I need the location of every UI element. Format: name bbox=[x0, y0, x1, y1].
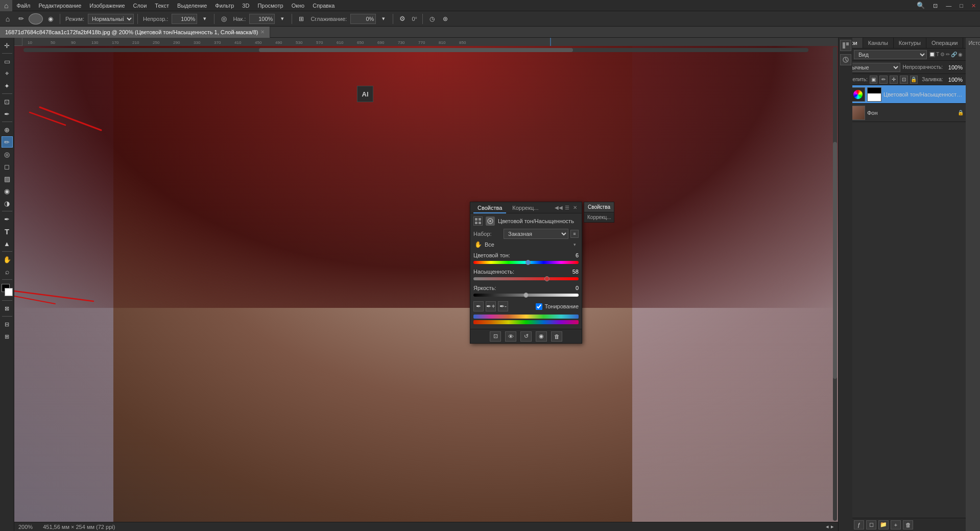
blur-tool[interactable]: ◉ bbox=[2, 185, 13, 197]
layers-filter-select[interactable]: Вид bbox=[854, 50, 927, 59]
menu-layers[interactable]: Слои bbox=[129, 0, 151, 11]
eyedropper-tool[interactable]: ✒ bbox=[2, 108, 13, 119]
marquee-tool[interactable]: ▭ bbox=[2, 56, 13, 67]
mini-properties-icon[interactable] bbox=[840, 40, 851, 51]
tab-close-btn[interactable]: ✕ bbox=[260, 27, 265, 38]
close-icon[interactable]: ✕ bbox=[967, 0, 980, 11]
home-tool-btn[interactable]: ⌂ bbox=[2, 13, 13, 25]
fp-view-btn[interactable]: ◉ bbox=[536, 331, 547, 342]
max-arrow[interactable]: ▾ bbox=[277, 13, 288, 25]
fp-reset-btn[interactable]: ↺ bbox=[520, 331, 532, 342]
extra-btn[interactable]: ⊛ bbox=[440, 13, 451, 25]
fp-delete-btn[interactable]: 🗑 bbox=[551, 331, 562, 342]
pen-tool[interactable]: ✒ bbox=[2, 213, 13, 225]
layer-item-background[interactable]: 👁 Фон 🔒 bbox=[839, 104, 966, 122]
add-mask-btn[interactable]: ◻ bbox=[866, 520, 876, 529]
add-style-btn[interactable]: ƒ bbox=[854, 520, 864, 529]
mode-select[interactable]: Нормальный bbox=[88, 14, 134, 24]
menu-window[interactable]: Окно bbox=[288, 0, 309, 11]
fp-clip-btn[interactable]: ⊡ bbox=[490, 331, 501, 342]
settings-btn[interactable]: ⚙ bbox=[397, 13, 408, 25]
brush-tool-btn[interactable]: ✏ bbox=[15, 13, 27, 25]
layer-item-huesat[interactable]: 👁 Цветовой тон/Насыщенность 1 bbox=[839, 85, 966, 104]
new-layer-btn[interactable]: + bbox=[891, 520, 901, 529]
quick-mask-btn[interactable]: ⊠ bbox=[2, 303, 13, 314]
eraser-tool[interactable]: ◻ bbox=[2, 161, 13, 172]
light-thumb[interactable] bbox=[523, 293, 529, 298]
h-scrollbar-thumb[interactable] bbox=[259, 48, 573, 52]
brush-type-btn[interactable]: ◉ bbox=[45, 13, 56, 25]
gradient-tool[interactable]: ▨ bbox=[2, 173, 13, 184]
lock-artboard-btn[interactable]: ⊡ bbox=[900, 76, 908, 84]
text-tool[interactable]: T bbox=[2, 226, 13, 237]
filter-icon-3[interactable]: ⚙ bbox=[940, 52, 945, 57]
extra-tools-btn[interactable]: ⊞ bbox=[2, 331, 13, 342]
delete-layer-btn[interactable]: 🗑 bbox=[903, 520, 913, 529]
new-group-btn[interactable]: 📁 bbox=[878, 520, 889, 529]
lock-transparent-btn[interactable]: ▣ bbox=[870, 76, 878, 84]
fp-channel-arrow[interactable]: ▾ bbox=[570, 240, 579, 249]
menu-filter[interactable]: Фильтр bbox=[211, 0, 238, 11]
sat-slider[interactable] bbox=[473, 276, 579, 282]
expand-icon[interactable]: ⊡ bbox=[929, 0, 942, 11]
toning-checkbox-label[interactable]: Тонирование bbox=[536, 303, 579, 310]
smoothing-arrow[interactable]: ▾ bbox=[378, 13, 389, 25]
canvas-image[interactable]: Al bbox=[14, 46, 838, 522]
mini-tab-properties[interactable]: Свойства bbox=[584, 202, 614, 212]
menu-select[interactable]: Выделение bbox=[173, 0, 211, 11]
crop-tool[interactable]: ⊡ bbox=[2, 96, 13, 107]
max-input[interactable] bbox=[249, 14, 275, 24]
mini-correction-icon[interactable] bbox=[840, 54, 851, 65]
fp-eye-btn[interactable]: 👁 bbox=[505, 331, 516, 342]
minimize-icon[interactable]: — bbox=[942, 0, 955, 11]
heal-tool[interactable]: ⊕ bbox=[2, 124, 13, 135]
home-icon[interactable]: ⌂ bbox=[0, 0, 12, 11]
fp-hand-icon[interactable]: ✋ bbox=[473, 240, 483, 249]
toning-checkbox[interactable] bbox=[536, 303, 542, 310]
brush-tool[interactable]: ✏ bbox=[2, 136, 13, 148]
shape-tool[interactable]: ▲ bbox=[2, 238, 13, 249]
float-panel-close-icon[interactable]: ✕ bbox=[571, 204, 579, 211]
dodge-tool[interactable]: ◑ bbox=[2, 198, 13, 209]
maximize-icon[interactable]: □ bbox=[955, 0, 967, 11]
smoothing-input[interactable] bbox=[350, 14, 376, 24]
clone-tool[interactable]: ◎ bbox=[2, 149, 13, 160]
fp-eyedropper-btn[interactable]: ✒ bbox=[473, 301, 484, 311]
float-tab-properties[interactable]: Свойства bbox=[473, 202, 506, 213]
tab-channels[interactable]: Каналы bbox=[863, 38, 894, 48]
brush-preset-btn[interactable] bbox=[29, 13, 43, 25]
v-scrollbar-thumb[interactable] bbox=[833, 142, 837, 379]
float-panel-collapse-icon[interactable]: ◀◀ bbox=[555, 204, 562, 211]
hand-tool[interactable]: ✋ bbox=[2, 254, 13, 265]
filter-icon-5[interactable]: 🔗 bbox=[951, 52, 957, 57]
menu-3d[interactable]: 3D bbox=[238, 0, 253, 11]
lock-position-btn[interactable]: ✛ bbox=[890, 76, 898, 84]
filter-toggle[interactable]: ◉ bbox=[958, 52, 963, 57]
menu-text[interactable]: Текст bbox=[151, 0, 173, 11]
menu-view[interactable]: Просмотр bbox=[253, 0, 287, 11]
opacity-input[interactable] bbox=[172, 14, 197, 24]
zoom-tool[interactable]: ⌕ bbox=[2, 266, 13, 277]
tab-paths[interactable]: Контуры bbox=[894, 38, 926, 48]
mini-tab-correction[interactable]: Коррекц... bbox=[584, 212, 614, 222]
menu-image[interactable]: Изображение bbox=[85, 0, 129, 11]
screen-mode-btn[interactable]: ⊟ bbox=[2, 319, 13, 330]
fp-eyedropper-add-btn[interactable]: ✒+ bbox=[486, 301, 496, 311]
opacity-arrow[interactable]: ▾ bbox=[199, 13, 210, 25]
fp-eyedropper-sub-btn[interactable]: ✒- bbox=[498, 301, 508, 311]
menu-help[interactable]: Справка bbox=[308, 0, 339, 11]
float-panel-menu-icon[interactable]: ☰ bbox=[563, 204, 570, 211]
light-slider[interactable] bbox=[473, 292, 579, 298]
sat-thumb[interactable] bbox=[544, 276, 549, 281]
menu-edit[interactable]: Редактирование bbox=[35, 0, 86, 11]
lasso-tool[interactable]: ⌖ bbox=[2, 68, 13, 79]
lock-all-btn[interactable]: 🔒 bbox=[910, 76, 918, 84]
fp-icon-circle[interactable] bbox=[486, 216, 495, 226]
airbrush-btn[interactable]: ◎ bbox=[218, 13, 229, 25]
color-swatches[interactable] bbox=[2, 284, 13, 298]
lock-pixels-btn[interactable]: ✏ bbox=[879, 76, 888, 84]
fp-preset-btn[interactable]: ≡ bbox=[570, 230, 579, 238]
fp-icon-grid[interactable] bbox=[473, 216, 483, 226]
search-icon[interactable]: 🔍 bbox=[913, 0, 929, 11]
wand-tool[interactable]: ✦ bbox=[2, 80, 13, 91]
